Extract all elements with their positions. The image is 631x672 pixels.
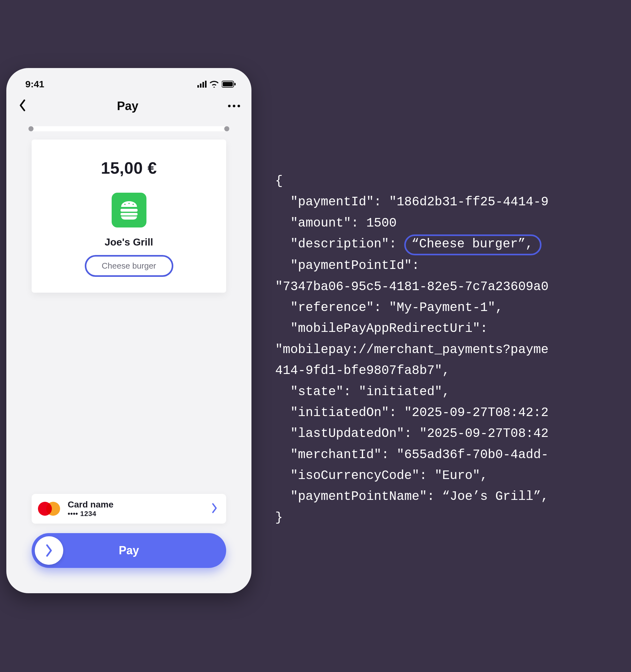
pay-slider-knob[interactable] <box>35 536 63 565</box>
svg-point-5 <box>132 204 134 205</box>
svg-point-4 <box>128 203 130 204</box>
code-line: "lastUpdatedOn": "2025-09-27T08:42 <box>275 427 549 441</box>
nav-title: Pay <box>117 99 139 113</box>
phone-mockup: 9:41 Pay 15,0 <box>6 68 251 593</box>
amount-label: 15,00 € <box>44 159 214 177</box>
code-line: } <box>275 511 283 525</box>
status-bar: 9:41 <box>6 68 251 93</box>
code-line: "initiatedOn": "2025-09-27T08:42:2 <box>275 406 549 420</box>
code-line: "paymentId": "186d2b31-ff25-4414-9 <box>275 195 549 209</box>
svg-rect-7 <box>121 213 138 215</box>
chevron-right-icon <box>211 503 218 515</box>
wifi-icon <box>210 81 219 88</box>
burger-icon <box>118 200 140 220</box>
code-line: "description": <box>275 237 404 251</box>
payment-card-row[interactable]: Card name •••• 1234 <box>32 494 226 524</box>
svg-point-3 <box>124 204 126 205</box>
cellular-icon <box>197 81 207 88</box>
more-button[interactable] <box>228 105 240 107</box>
code-line: { <box>275 174 283 188</box>
code-line: "paymentPointId": <box>275 259 419 273</box>
code-line: "7347ba06-95c5-4181-82e5-7c7a23609a0 <box>275 280 549 294</box>
battery-icon <box>222 81 236 88</box>
nav-bar: Pay <box>6 93 251 120</box>
card-masked-number: •••• 1234 <box>68 510 211 518</box>
receipt-card: 15,00 € Joe's Grill Cheese burger <box>32 140 226 293</box>
scroll-indicator <box>28 126 229 131</box>
status-time: 9:41 <box>25 79 44 90</box>
api-response-json: { "paymentId": "186d2b31-ff25-4414-9 "am… <box>275 171 631 528</box>
code-line: "isoCurrencyCode": "Euro", <box>275 469 488 483</box>
mastercard-icon <box>38 502 60 516</box>
merchant-logo <box>112 193 146 227</box>
code-line: "reference": "My-Payment-1", <box>275 301 503 315</box>
code-line: "amount": 1500 <box>275 216 397 230</box>
card-name-label: Card name <box>68 500 211 510</box>
svg-rect-1 <box>223 82 233 87</box>
chevron-right-icon <box>44 544 54 557</box>
svg-rect-2 <box>234 83 236 86</box>
code-line: "merchantId": "655ad36f-70b0-4add- <box>275 448 549 462</box>
code-line: "state": "initiated", <box>275 385 450 399</box>
code-line: "mobilePayAppRedirectUri": <box>275 321 488 336</box>
pay-slider[interactable]: Pay <box>32 533 226 568</box>
code-line: "paymentPointName": “Joe’s Grill”, <box>275 489 549 504</box>
code-line: "mobilepay://merchant_payments?payme <box>275 343 549 357</box>
merchant-name: Joe's Grill <box>44 236 214 248</box>
description-pill: Cheese burger <box>85 255 173 277</box>
code-line: 414-9fd1-bfe9807fa8b7", <box>275 363 450 378</box>
back-button[interactable] <box>18 99 27 113</box>
pay-slider-label: Pay <box>119 544 139 557</box>
svg-rect-6 <box>121 209 138 212</box>
description-highlight: “Cheese burger”, <box>404 235 541 255</box>
